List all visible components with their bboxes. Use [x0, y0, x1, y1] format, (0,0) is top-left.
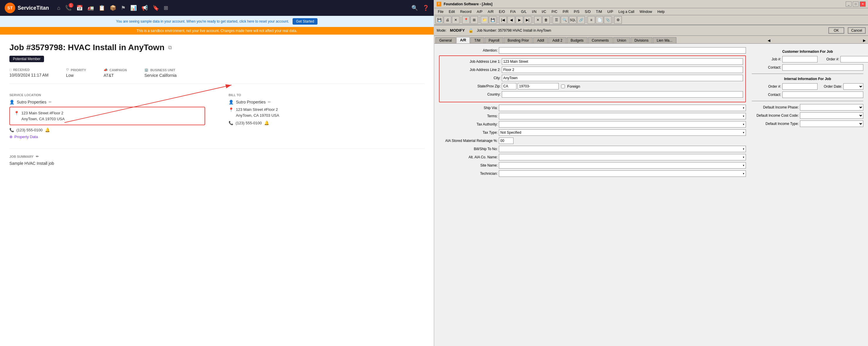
tb-sql-icon[interactable]: SQL [569, 16, 577, 24]
tab-union[interactable]: Union [613, 37, 630, 43]
tab-arrow-right[interactable]: ▶ [862, 38, 867, 43]
clipboard-icon[interactable]: 📋 [99, 5, 105, 11]
tb-prev-icon[interactable]: ◀ [507, 16, 515, 24]
phone-icon[interactable]: 📞 1 [65, 5, 71, 11]
tb-trash-icon[interactable]: 🗑 [542, 16, 550, 24]
chart-icon[interactable]: 📊 [130, 5, 137, 11]
truck-icon[interactable]: 🚛 [88, 5, 94, 11]
tb-save2-icon[interactable]: 💾 [489, 16, 496, 24]
menu-ps[interactable]: P/S [571, 9, 582, 14]
tb-close-icon[interactable]: ✕ [452, 16, 460, 24]
int-order-date-select[interactable] [843, 83, 863, 90]
property-data-link[interactable]: ⊕ Property Data [9, 135, 205, 139]
tb-doc-icon[interactable]: 📄 [596, 16, 603, 24]
menu-fa[interactable]: F/A [508, 9, 518, 14]
tab-comments[interactable]: Comments [588, 37, 613, 43]
country-input[interactable] [502, 91, 743, 98]
restore-button[interactable]: □ [853, 1, 859, 7]
menu-gl[interactable]: G/L [519, 9, 529, 14]
edit-bill-to-icon[interactable]: ✏ [268, 100, 271, 104]
menu-record[interactable]: Record [458, 9, 474, 14]
menu-tm[interactable]: T/M [594, 9, 604, 14]
menu-pc[interactable]: P/C [549, 9, 560, 14]
default-cost-code-select[interactable] [800, 112, 863, 119]
zip-input[interactable] [518, 83, 559, 90]
cust-order-input[interactable] [840, 56, 868, 63]
minimize-button[interactable]: _ [846, 1, 851, 7]
tb-first-icon[interactable]: |◀ [499, 16, 507, 24]
tab-ar[interactable]: A/R [456, 37, 470, 43]
tab-general[interactable]: General [435, 37, 456, 43]
menu-window[interactable]: Window [638, 9, 655, 14]
edit-summary-icon[interactable]: ✏ [36, 154, 39, 159]
addr2-input[interactable] [502, 67, 743, 73]
city-input[interactable] [502, 75, 743, 81]
tax-authority-select[interactable] [499, 121, 746, 128]
aia-input[interactable] [499, 138, 514, 144]
flag-icon[interactable]: ⚑ [121, 5, 126, 11]
menu-in[interactable]: I/N [530, 9, 539, 14]
tb-list-icon[interactable]: ☰ [553, 16, 560, 24]
ok-button[interactable]: OK [828, 27, 844, 34]
tb-print-icon[interactable]: 🖨 [444, 16, 451, 24]
menu-help[interactable]: Help [655, 9, 667, 14]
megaphone-icon[interactable]: 📢 [142, 5, 148, 11]
foreign-checkbox[interactable] [561, 84, 565, 88]
close-button[interactable]: ✕ [860, 1, 866, 7]
cust-contact-input[interactable] [782, 64, 863, 71]
menu-eo[interactable]: E/O [496, 9, 507, 14]
menu-pr[interactable]: P/R [560, 9, 571, 14]
grid-icon[interactable]: ⊞ [164, 5, 168, 11]
cust-job-input[interactable] [782, 56, 817, 63]
cube-icon[interactable]: 📦 [110, 5, 116, 11]
menu-ic[interactable]: I/C [539, 9, 549, 14]
tab-payroll[interactable]: Payroll [485, 37, 503, 43]
help-icon[interactable]: ❓ [423, 5, 429, 11]
home-icon[interactable]: ⌂ [57, 5, 60, 11]
menu-ar[interactable]: A/R [485, 9, 496, 14]
tb-last-icon[interactable]: ▶| [524, 16, 531, 24]
get-started-button[interactable]: Get Started [292, 18, 317, 25]
addr1-input[interactable] [502, 58, 743, 65]
default-phase-select[interactable] [800, 104, 863, 110]
tab-lien[interactable]: Lien Wa... [653, 37, 676, 43]
bookmark-icon[interactable]: 🔖 [153, 5, 159, 11]
copy-icon[interactable]: ⧉ [168, 44, 172, 51]
tb-map-icon[interactable]: 📍 [462, 16, 470, 24]
attention-input[interactable] [499, 47, 746, 54]
ship-via-select[interactable] [499, 105, 746, 111]
tb-search-icon[interactable]: 🔍 [561, 16, 568, 24]
tab-addl2[interactable]: Addl 2 [549, 37, 566, 43]
tb-grid-icon[interactable]: ⊞ [470, 16, 478, 24]
alt-aia-select[interactable] [499, 154, 746, 161]
tb-lines-icon[interactable]: ≡ [587, 16, 595, 24]
menu-log-call[interactable]: Log a Call [616, 9, 637, 14]
menu-file[interactable]: File [435, 9, 446, 14]
tab-addl[interactable]: Addl [533, 37, 548, 43]
tab-divisions[interactable]: Divisions [630, 37, 652, 43]
tb-attach-icon[interactable]: 📎 [604, 16, 612, 24]
tb-next-icon[interactable]: ▶ [516, 16, 523, 24]
default-type-select[interactable] [800, 120, 863, 127]
terms-select[interactable] [499, 113, 746, 119]
state-input[interactable] [502, 83, 517, 90]
tab-tm[interactable]: T/M [470, 37, 484, 43]
tax-type-select[interactable]: Not Specified [499, 129, 746, 136]
tab-bonding[interactable]: Bonding Prior [504, 37, 533, 43]
edit-service-location-icon[interactable]: ✏ [49, 100, 52, 104]
menu-edit[interactable]: Edit [446, 9, 457, 14]
calendar-icon[interactable]: 📅 [76, 5, 83, 11]
tab-arrow-left[interactable]: ◀ [767, 38, 771, 43]
int-order-input[interactable] [782, 83, 817, 90]
cancel-button[interactable]: Cancel [848, 27, 866, 34]
search-icon[interactable]: 🔍 [411, 5, 418, 11]
tb-folder-icon[interactable]: 📁 [480, 16, 488, 24]
tb-settings-icon[interactable]: ⚙ [614, 16, 622, 24]
technician-select[interactable] [499, 170, 746, 177]
menu-sd[interactable]: S/D [583, 9, 593, 14]
tb-delete-icon[interactable]: ✕ [534, 16, 542, 24]
tb-save-icon[interactable]: 💾 [435, 16, 443, 24]
tab-budgets[interactable]: Budgets [567, 37, 587, 43]
menu-ap[interactable]: A/P [474, 9, 485, 14]
bill-ship-select[interactable] [499, 146, 746, 152]
